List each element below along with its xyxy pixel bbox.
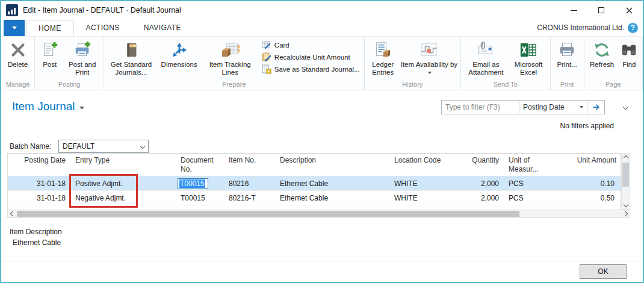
cell-entry-type[interactable]: Negative Adjmt. [71, 191, 176, 205]
microsoft-excel-button[interactable]: Microsoft Excel [509, 38, 548, 76]
find-button[interactable]: Find [618, 38, 640, 69]
cell-quantity[interactable]: 2,000 [447, 176, 504, 190]
refresh-icon [593, 39, 611, 61]
item-tracking-lines-button[interactable]: Item Tracking Lines [202, 38, 258, 76]
recalculate-unit-amount-button[interactable]: Recalculate Unit Amount [262, 52, 360, 62]
cell-item-no[interactable]: 80216 [224, 176, 276, 190]
cell-document-no[interactable]: T00015 [176, 191, 224, 205]
cell-uom[interactable]: PCS [504, 191, 546, 205]
horizontal-scrollbar[interactable] [7, 210, 630, 218]
excel-icon [519, 39, 537, 61]
filter-column-value: Posting Date [523, 103, 565, 111]
dimensions-button[interactable]: Dimensions [156, 38, 202, 69]
batch-name-combobox[interactable]: DEFAULT [58, 140, 149, 153]
minimize-button[interactable] [560, 1, 587, 19]
document-no-edit-cell[interactable]: T00015 [178, 178, 208, 189]
group-label-posting: Posting [35, 81, 104, 90]
app-icon [6, 4, 18, 16]
item-availability-by-button[interactable]: Item Availability by [400, 38, 459, 76]
table-row[interactable]: 31-01-18 Positive Adjmt. T00015 80216 Et… [8, 176, 621, 191]
group-label-print: Print [551, 81, 584, 90]
col-header-location-code[interactable]: Location Code [390, 154, 447, 176]
filter-input[interactable] [442, 101, 519, 114]
help-icon[interactable]: ? [628, 23, 638, 33]
go-arrow-icon [592, 103, 601, 111]
dropdown-arrow-icon [428, 72, 432, 74]
chevron-down-icon [623, 104, 629, 110]
footer-divider [1, 261, 643, 261]
vertical-scroll-thumb[interactable] [622, 163, 629, 187]
cell-uom[interactable]: PCS [504, 176, 546, 190]
tab-navigate[interactable]: NAVIGATE [132, 19, 193, 36]
scroll-right-button[interactable] [621, 212, 630, 216]
batch-name-label: Batch Name: [10, 142, 58, 151]
application-menu-button[interactable] [4, 20, 25, 36]
cell-quantity[interactable]: 2,000 [447, 191, 504, 205]
refresh-button[interactable]: Refresh [586, 38, 618, 69]
window-title: Edit - Item Journal - DEFAULT · Default … [23, 6, 181, 14]
cell-location-code[interactable]: WHITE [390, 176, 447, 190]
col-header-unit-of-measure[interactable]: Unit of Measur... [504, 154, 546, 176]
group-label-manage: Manage [1, 81, 34, 90]
ribbon-group-posting: Post Post and Print Posting [35, 37, 104, 90]
cell-item-no[interactable]: 80216-T [224, 191, 276, 205]
scroll-down-button[interactable] [624, 201, 628, 209]
delete-button[interactable]: Delete [3, 38, 33, 69]
app-menu-arrow-icon [12, 26, 17, 30]
cell-document-no[interactable]: T00015 [176, 176, 224, 190]
print-button[interactable]: Print... [553, 38, 582, 69]
vertical-scrollbar[interactable] [621, 153, 630, 210]
table-row[interactable]: 31-01-18 Negative Adjmt. T00015 80216-T … [8, 191, 621, 205]
card-icon [262, 40, 271, 50]
maximize-icon [598, 7, 604, 13]
save-as-standard-journal-button[interactable]: Save as Standard Journal... [262, 64, 360, 74]
ok-button[interactable]: OK [580, 264, 627, 279]
chevron-up-icon [623, 155, 628, 160]
card-button[interactable]: Card [262, 40, 360, 50]
ledger-entries-icon [374, 39, 392, 61]
ribbon-group-prepare: Get Standard Journals... Dimensions [104, 37, 365, 90]
title-bar: Edit - Item Journal - DEFAULT · Default … [1, 1, 643, 19]
ribbon: Delete Manage Post [1, 36, 643, 90]
cell-unit-amount[interactable]: 0.10 [546, 176, 622, 190]
post-button[interactable]: Post [37, 38, 63, 69]
get-standard-journals-button[interactable]: Get Standard Journals... [106, 38, 156, 76]
col-header-description[interactable]: Description [276, 154, 390, 176]
maximize-button[interactable] [587, 1, 615, 19]
factbox-label: Item Description [10, 228, 62, 236]
tab-home[interactable]: HOME [26, 20, 74, 36]
scroll-left-button[interactable] [8, 212, 17, 216]
col-header-entry-type[interactable]: Entry Type [71, 154, 176, 176]
page-title[interactable]: Item Journal [12, 100, 84, 113]
cell-posting-date[interactable]: 31-01-18 [8, 176, 71, 190]
chevron-left-icon [10, 211, 14, 216]
col-header-document-no[interactable]: Document No. [176, 154, 224, 176]
recalculate-icon [262, 52, 271, 62]
close-button[interactable] [615, 1, 643, 19]
post-and-print-button[interactable]: Post and Print [63, 38, 102, 76]
col-header-unit-amount[interactable]: Unit Amount [546, 154, 622, 176]
horizontal-scroll-thumb[interactable] [17, 211, 519, 217]
filter-column-selector[interactable]: Posting Date [519, 101, 587, 114]
dimensions-icon [170, 39, 188, 61]
cell-description[interactable]: Ethernet Cable [276, 176, 390, 190]
filter-pane-toggle[interactable] [624, 102, 628, 111]
cell-entry-type[interactable]: Positive Adjmt. [71, 176, 176, 190]
ribbon-group-page: Refresh Find Page [584, 37, 643, 90]
batch-name-row: Batch Name: DEFAULT [10, 140, 149, 153]
col-header-item-no[interactable]: Item No. [224, 154, 276, 176]
scroll-up-button[interactable] [624, 154, 628, 162]
email-as-attachment-button[interactable]: Email as Attachment [463, 38, 509, 76]
minimize-icon [571, 10, 577, 11]
cell-posting-date[interactable]: 31-01-18 [8, 191, 71, 205]
email-attachment-icon [477, 39, 495, 61]
cell-location-code[interactable]: WHITE [390, 191, 447, 205]
cell-description[interactable]: Ethernet Cable [276, 191, 390, 205]
ledger-entries-button[interactable]: Ledger Entries [367, 38, 400, 76]
tab-actions[interactable]: ACTIONS [74, 19, 132, 36]
col-header-posting-date[interactable]: Posting Date [8, 154, 71, 176]
col-header-quantity[interactable]: Quantity [447, 154, 504, 176]
grid-header-row: Posting Date Entry Type Document No. Ite… [8, 154, 621, 176]
cell-unit-amount[interactable]: 0.50 [546, 191, 622, 205]
apply-filter-button[interactable] [587, 101, 604, 114]
